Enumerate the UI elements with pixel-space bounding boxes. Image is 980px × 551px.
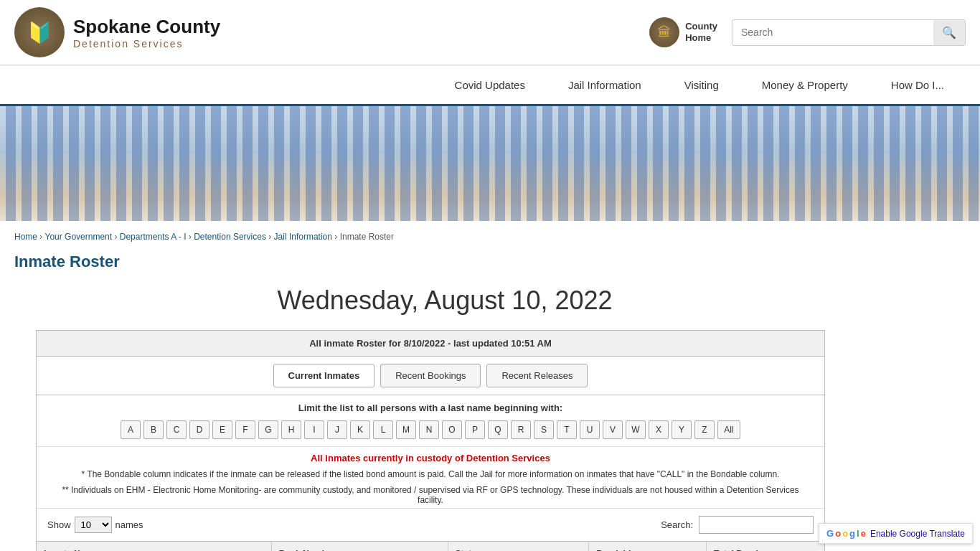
- alpha-filter-row: ABCDEFGHIJKLMNOPQRSTUVWXYZAll: [37, 417, 824, 447]
- alpha-btn-y[interactable]: Y: [672, 420, 692, 439]
- show-row: Show 102550100 names: [47, 517, 143, 533]
- site-name: Spokane County: [73, 16, 220, 38]
- alpha-btn-k[interactable]: K: [350, 420, 370, 439]
- table-search-input[interactable]: [699, 516, 814, 534]
- col-header-3[interactable]: Bondable↑ ⇅: [589, 542, 707, 551]
- breadcrumb-home[interactable]: Home: [14, 232, 37, 242]
- alpha-btn-r[interactable]: R: [511, 420, 531, 439]
- search-box: 🔍: [732, 19, 966, 46]
- badge-icon: 🔰: [14, 7, 65, 57]
- county-home-link[interactable]: 🏛 CountyHome: [649, 17, 717, 47]
- breadcrumb-sep-5: ›: [334, 232, 339, 242]
- alpha-btn-j[interactable]: J: [327, 420, 347, 439]
- breadcrumb-jail-info[interactable]: Jail Information: [274, 232, 332, 242]
- g-red: o: [835, 528, 841, 539]
- g-yellow: o: [842, 528, 848, 539]
- alpha-btn-x[interactable]: X: [649, 420, 669, 439]
- breadcrumb-detention[interactable]: Detention Services: [194, 232, 266, 242]
- nav-item-money: Money & Property: [740, 66, 870, 104]
- nav-link-jail[interactable]: Jail Information: [547, 66, 663, 104]
- bondable-note: * The Bondable column indicates if the i…: [37, 466, 824, 482]
- tab-row: Current Inmates Recent Bookings Recent R…: [37, 357, 824, 395]
- site-subtitle: Detention Services: [73, 38, 220, 50]
- g-blue2: g: [849, 528, 855, 539]
- alpha-btn-t[interactable]: T: [557, 420, 577, 439]
- breadcrumb-your-govt[interactable]: Your Government: [44, 232, 112, 242]
- alpha-btn-d[interactable]: D: [189, 420, 209, 439]
- roster-container: All inmate Roster for 8/10/2022 - last u…: [36, 330, 825, 551]
- names-label: names: [116, 519, 143, 530]
- breadcrumb-sep-4: ›: [268, 232, 273, 242]
- alpha-btn-h[interactable]: H: [281, 420, 301, 439]
- logo-area: 🔰 Spokane County Detention Services: [14, 7, 220, 57]
- alpha-btn-f[interactable]: F: [235, 420, 255, 439]
- g-red2: e: [861, 528, 866, 539]
- col-header-0[interactable]: Inmate Name ⇅: [37, 542, 272, 551]
- tab-recent-releases[interactable]: Recent Releases: [486, 364, 588, 387]
- g-green: l: [857, 528, 859, 539]
- nav-link-covid[interactable]: Covid Updates: [433, 66, 547, 104]
- nav-list: Covid Updates Jail Information Visiting …: [0, 66, 980, 104]
- content-area: Home › Your Government › Departments A -…: [0, 221, 861, 551]
- search-button[interactable]: 🔍: [933, 20, 965, 45]
- nav-link-visiting[interactable]: Visiting: [663, 66, 740, 104]
- column-headers: Inmate Name ⇅Book Number ⇅Status↑ ⇅Bonda…: [37, 541, 824, 551]
- col-header-1[interactable]: Book Number ⇅: [272, 542, 448, 551]
- alpha-btn-v[interactable]: V: [603, 420, 623, 439]
- alpha-btn-z[interactable]: Z: [694, 420, 715, 439]
- alpha-btn-c[interactable]: C: [166, 420, 187, 439]
- search-input[interactable]: [732, 21, 933, 44]
- custody-notice: All inmates currently in custody of Dete…: [37, 447, 824, 466]
- google-logo: Google: [826, 528, 866, 539]
- alpha-btn-e[interactable]: E: [212, 420, 232, 439]
- tab-recent-bookings[interactable]: Recent Bookings: [380, 364, 481, 387]
- breadcrumb-sep-2: ›: [114, 232, 119, 242]
- col-header-2[interactable]: Status↑ ⇅: [448, 542, 590, 551]
- alpha-btn-a[interactable]: A: [121, 420, 141, 439]
- show-select[interactable]: 102550100: [75, 517, 112, 533]
- table-search-row: Search:: [661, 516, 814, 534]
- col-header-4: Total Bond: [707, 542, 824, 551]
- site-header: 🔰 Spokane County Detention Services 🏛 Co…: [0, 0, 980, 65]
- main-nav: Covid Updates Jail Information Visiting …: [0, 65, 980, 106]
- nav-item-jail: Jail Information: [547, 66, 663, 104]
- alpha-btn-b[interactable]: B: [143, 420, 164, 439]
- nav-item-covid: Covid Updates: [433, 66, 547, 104]
- alpha-btn-s[interactable]: S: [534, 420, 554, 439]
- filter-label: Limit the list to all persons with a las…: [37, 395, 824, 417]
- translate-bar: Google Enable Google Translate: [819, 523, 973, 544]
- county-home-icon: 🏛: [649, 17, 679, 47]
- alpha-btn-o[interactable]: O: [442, 420, 462, 439]
- hero-inner: [0, 106, 980, 221]
- breadcrumb: Home › Your Government › Departments A -…: [14, 232, 847, 242]
- site-title: Spokane County Detention Services: [73, 16, 220, 50]
- alpha-btn-w[interactable]: W: [626, 420, 646, 439]
- breadcrumb-current: Inmate Roster: [340, 232, 394, 242]
- alpha-btn-n[interactable]: N: [419, 420, 439, 439]
- nav-link-howdo[interactable]: How Do I...: [870, 66, 966, 104]
- table-search-label: Search:: [661, 519, 693, 530]
- alpha-btn-q[interactable]: Q: [488, 420, 508, 439]
- hero-image: [0, 106, 980, 221]
- breadcrumb-departments[interactable]: Departments A - I: [120, 232, 187, 242]
- translate-link[interactable]: Enable Google Translate: [870, 529, 965, 539]
- nav-link-money[interactable]: Money & Property: [740, 66, 870, 104]
- roster-date: Wednesday, August 10, 2022: [43, 286, 847, 316]
- page-title: Inmate Roster: [14, 253, 847, 271]
- nav-item-howdo: How Do I...: [870, 66, 966, 104]
- county-home-text: CountyHome: [685, 21, 717, 43]
- alpha-btn-i[interactable]: I: [304, 420, 324, 439]
- alpha-btn-g[interactable]: G: [258, 420, 278, 439]
- ehm-note: ** Individuals on EHM - Electronic Home …: [37, 482, 824, 508]
- g-blue: G: [826, 528, 834, 539]
- tab-current-inmates[interactable]: Current Inmates: [273, 364, 375, 387]
- roster-header: All inmate Roster for 8/10/2022 - last u…: [37, 331, 824, 357]
- alpha-btn-m[interactable]: M: [396, 420, 416, 439]
- header-right: 🏛 CountyHome 🔍: [649, 17, 966, 47]
- alpha-btn-p[interactable]: P: [465, 420, 485, 439]
- alpha-btn-u[interactable]: U: [580, 420, 600, 439]
- table-controls: Show 102550100 names Search:: [37, 508, 824, 541]
- nav-item-visiting: Visiting: [663, 66, 740, 104]
- alpha-btn-all[interactable]: All: [717, 420, 740, 439]
- alpha-btn-l[interactable]: L: [373, 420, 393, 439]
